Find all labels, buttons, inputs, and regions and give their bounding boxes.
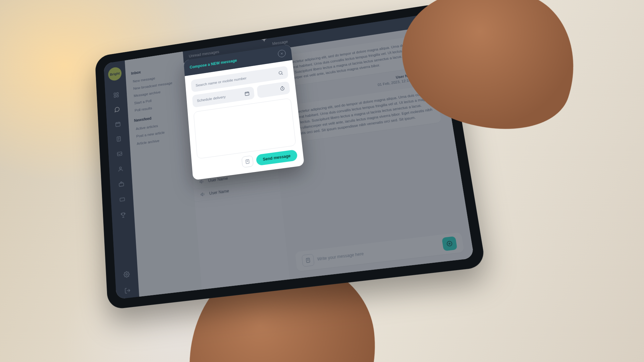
schedule-delivery-label: Schedule delivery [197, 95, 226, 103]
schedule-time-field[interactable] [257, 81, 290, 98]
compose-modal: Compose a NEW message Search name or mob… [183, 44, 304, 180]
calendar-icon [244, 91, 250, 97]
modal-title: Compose a NEW message [190, 58, 237, 70]
svg-rect-15 [245, 92, 249, 96]
send-message-button[interactable]: Send message [256, 149, 298, 166]
modal-attach-icon[interactable] [241, 155, 254, 168]
clock-icon [279, 85, 285, 91]
search-icon [278, 70, 283, 76]
modal-close-button[interactable] [277, 49, 286, 58]
svg-point-14 [279, 71, 282, 74]
recipient-search-placeholder: Search name or mobile number [196, 76, 247, 87]
